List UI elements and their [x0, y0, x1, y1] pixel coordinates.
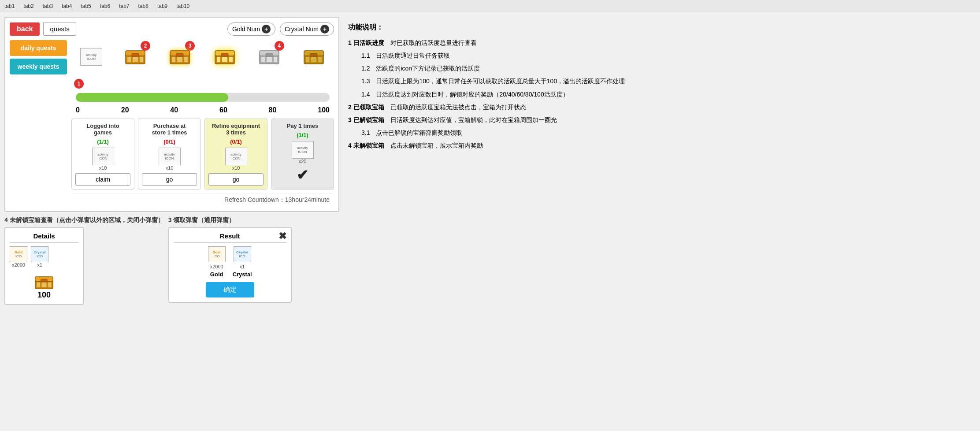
details-chest-num: 100 [37, 290, 51, 300]
nav-tab-3[interactable]: tab3 [43, 3, 53, 9]
instruction-1-1: 1.1 日活跃度通过日常任务获取 [361, 50, 971, 61]
result-dialog-title: Result [174, 232, 286, 243]
milestone-markers: 0 20 40 60 80 100 [76, 106, 330, 114]
nav-tab-4[interactable]: tab4 [62, 3, 72, 9]
activity-icon-0: activity ICON [80, 48, 102, 66]
instruction-1-2: 1.2 活跃度的icon下方记录已获取的活跃度 [361, 63, 971, 74]
chest-milestone-80[interactable]: 4 [258, 45, 281, 66]
nav-tab-2[interactable]: tab2 [23, 3, 33, 9]
quests-button[interactable]: quests [43, 22, 76, 36]
svg-rect-34 [318, 57, 322, 62]
instructions-title: 功能说明： [348, 21, 971, 34]
panel-4-label: 4 未解锁宝箱查看（点击小弹窗以外的区域，关闭小弹窗） [4, 216, 164, 224]
chest-icon-60 [213, 45, 236, 66]
result-crystal-label: Crystal [233, 271, 252, 278]
bottom-panels: 4 未解锁宝箱查看（点击小弹窗以外的区域，关闭小弹窗） Details Gold… [4, 216, 339, 305]
svg-rect-26 [267, 57, 272, 62]
nav-tab-5[interactable]: tab5 [81, 3, 91, 9]
svg-rect-27 [274, 57, 277, 62]
quest-cards: Logged intogames (1/1) activity ICON x10… [71, 119, 334, 189]
svg-rect-40 [42, 282, 47, 287]
back-button[interactable]: back [10, 22, 40, 36]
quest-reward-purchase: activity ICON x10 [159, 148, 181, 171]
result-crystal-icon: Crystal ICO [234, 246, 251, 262]
quest-reward-icon-pay: activity ICON [292, 141, 314, 159]
instruction-1: 1 日活跃进度 对已获取的活跃度总量进行查看 [348, 37, 971, 48]
result-gold-item: Gold ICO x2000 Gold [208, 246, 226, 278]
result-gold-qty: x2000 [210, 264, 223, 269]
svg-rect-2 [132, 53, 139, 57]
svg-rect-13 [184, 57, 188, 62]
quest-progress-purchase: (0/1) [163, 138, 175, 145]
gold-plus-icon[interactable]: + [262, 25, 271, 33]
crystal-plus-icon[interactable]: + [320, 25, 329, 33]
chest-milestone-100[interactable] [302, 45, 325, 66]
milestone-40: 40 [170, 106, 178, 114]
instruction-3: 3 已解锁宝箱 日活跃度达到达对应值，宝箱解锁，此时在宝箱周围加一圈光 [348, 115, 971, 126]
quest-title-login: Logged intogames [86, 123, 119, 136]
chest-badge-4: 4 [275, 41, 284, 51]
quest-card-refine: Refine equipment3 times (0/1) activity I… [204, 119, 267, 189]
quest-reward-icon-purchase: activity ICON [159, 148, 181, 165]
quest-qty-pay: x20 [299, 159, 307, 164]
details-items-row: Gold ICO x2000 Crystal ICO x1 [10, 246, 78, 268]
go-button-purchase[interactable]: go [142, 173, 197, 186]
quest-title-refine: Refine equipment3 times [212, 123, 260, 136]
quest-progress-pay: (1/1) [297, 132, 308, 138]
svg-rect-32 [306, 57, 309, 62]
go-button-refine[interactable]: go [208, 173, 264, 186]
details-gold-item: Gold ICO x2000 [10, 246, 27, 268]
weekly-quests-button[interactable]: weekly quests [10, 59, 67, 74]
quest-card-purchase: Purchase atstore 1 times (0/1) activity … [138, 119, 201, 189]
gold-icon: Gold ICO [10, 246, 27, 262]
nav-tab-6[interactable]: tab6 [100, 3, 110, 9]
quest-sidebar: daily quests weekly quests [10, 40, 67, 207]
activity-area: activity ICON 2 [71, 40, 334, 207]
quest-qty-purchase: x10 [166, 165, 174, 171]
details-chest-icon [33, 271, 55, 290]
instruction-1-4: 1.4 日活跃度达到对应数目时，解锁对应的奖励（20/40/60/80/100活… [361, 89, 971, 100]
svg-rect-30 [310, 53, 317, 57]
nav-tab-10[interactable]: tab10 [176, 3, 189, 9]
nav-tab-1[interactable]: tab1 [4, 3, 15, 9]
crystal-icon: Crystal ICO [31, 246, 48, 262]
gold-num-badge[interactable]: Gold Num + [227, 22, 275, 36]
chest-icon-100 [302, 45, 325, 66]
nav-tab-7[interactable]: tab7 [119, 3, 129, 9]
confirm-button[interactable]: 确定 [206, 282, 254, 297]
svg-rect-12 [177, 57, 182, 62]
quest-reward-pay: activity ICON x20 [292, 141, 314, 164]
quest-reward-login: activity ICON x10 [92, 148, 114, 171]
svg-rect-39 [37, 282, 40, 287]
gold-num-label: Gold Num [232, 26, 260, 33]
milestone-60: 60 [219, 106, 227, 114]
chest-milestone-40[interactable]: 3 [168, 45, 191, 66]
daily-quests-button[interactable]: daily quests [10, 40, 67, 56]
quest-card-pay: Pay 1 times (1/1) activity ICON x20 ✔ [271, 119, 334, 189]
panel-3-label: 3 领取弹窗（通用弹窗） [168, 216, 292, 224]
quest-reward-icon-refine: activity ICON [225, 148, 247, 165]
crystal-num-badge[interactable]: Crystal Num + [280, 22, 334, 36]
quest-title-purchase: Purchase atstore 1 times [152, 123, 187, 136]
chest-badge-1: 1 [74, 79, 84, 89]
claim-button[interactable]: claim [75, 173, 130, 186]
quest-reward-icon-login: activity ICON [92, 148, 114, 165]
result-items-row: Gold ICO x2000 Gold Crystal ICO x1 [174, 246, 286, 278]
game-header: back quests Gold Num + Crystal Num + [10, 22, 334, 36]
progress-track: activity ICON 2 [71, 40, 334, 114]
instruction-3-1: 3.1 点击已解锁的宝箱弹窗奖励领取 [361, 127, 971, 138]
result-close-button[interactable]: ✖ [278, 230, 286, 242]
svg-rect-9 [176, 53, 183, 57]
nav-tab-9[interactable]: tab9 [157, 3, 167, 9]
chest-badge-2: 2 [141, 41, 150, 51]
quest-progress-refine: (0/1) [230, 138, 242, 145]
chest-milestone-60[interactable] [213, 45, 236, 66]
nav-tab-8[interactable]: tab8 [138, 3, 148, 9]
quest-qty-login: x10 [99, 165, 107, 171]
svg-rect-6 [140, 57, 143, 62]
result-gold-icon: Gold ICO [208, 246, 226, 262]
result-dialog: Result ✖ Gold ICO x2000 Gold [168, 227, 292, 303]
details-dialog-title: Details [10, 232, 78, 243]
chest-milestone-20[interactable]: 2 [124, 45, 147, 66]
instructions-panel: 功能说明： 1 日活跃进度 对已获取的活跃度总量进行查看 1.1 日活跃度通过日… [344, 17, 976, 427]
